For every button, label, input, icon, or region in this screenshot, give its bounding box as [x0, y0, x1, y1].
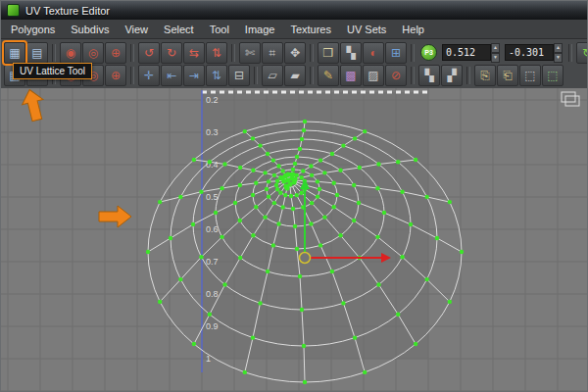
app-icon: [7, 4, 20, 17]
axis-labels: 0.20.30.40.50.60.70.80.91: [206, 95, 219, 364]
image-display-icon[interactable]: ❒: [318, 42, 339, 64]
toolbar-separator: [310, 44, 314, 62]
toolbar-separator: [254, 67, 258, 84]
refresh-icon[interactable]: ↻: [576, 42, 588, 64]
v-coordinate-field-down-arrow[interactable]: ▼: [554, 53, 563, 63]
toolbar-separator: [411, 67, 415, 84]
toolbar-separator: [130, 67, 134, 84]
select-uv-icon[interactable]: ◉: [60, 42, 81, 64]
red-channel-icon[interactable]: ⊘: [385, 65, 407, 86]
optimize-uv-icon[interactable]: ⊕: [105, 65, 126, 86]
sew-uv-icon[interactable]: ⌗: [262, 42, 283, 64]
axis-label: 0.5: [206, 192, 219, 202]
v-coordinate-field-wrap: ▲▼: [505, 43, 563, 63]
checker-b-icon[interactable]: ▞: [441, 65, 463, 86]
toolbar-separator: [310, 67, 314, 84]
toolbar-separator: [568, 44, 572, 62]
toolbar-separator: [52, 44, 56, 62]
shade-uvs-icon[interactable]: ▩: [340, 65, 362, 86]
axis-label: 0.6: [206, 224, 219, 234]
toolbar-separator: [411, 44, 415, 62]
translate-uv-icon[interactable]: ✛: [138, 65, 160, 86]
select-border-icon[interactable]: ⊕: [105, 42, 126, 64]
v-coordinate-field[interactable]: [505, 44, 554, 61]
dim-image-icon[interactable]: ◐: [363, 42, 384, 64]
copy-v-icon[interactable]: ⬚: [542, 65, 564, 86]
u-coordinate-field-spinner: ▲▼: [491, 43, 500, 63]
tooltip-uv-lattice-tool: UV Lattice Tool: [13, 63, 92, 79]
uv-texture-editor-window: UV Texture Editor PolygonsSubdivsViewSel…: [0, 0, 588, 392]
menu-help[interactable]: Help: [394, 22, 432, 37]
axis-label: 0.3: [206, 127, 219, 137]
u-coordinate-field[interactable]: [442, 44, 491, 61]
menu-image[interactable]: Image: [237, 22, 283, 37]
menubar: PolygonsSubdivsViewSelectToolImageTextur…: [1, 20, 587, 39]
toolbar-row-1: ▦▤◉◎⊕↺↻⇆⇅✄⌗✥❒▚◐⊞P3▲▼▲▼↻⌖: [4, 41, 584, 64]
uv-canvas-area[interactable]: 0.20.30.40.50.60.70.80.91: [1, 88, 588, 392]
cut-uv-icon[interactable]: ✄: [239, 42, 261, 64]
axis-label: 0.9: [206, 321, 219, 331]
v-coordinate-field-spinner: ▲▼: [554, 43, 563, 63]
snap-together-icon[interactable]: ⊟: [228, 65, 250, 86]
menu-view[interactable]: View: [117, 22, 156, 37]
menu-textures[interactable]: Textures: [282, 22, 339, 37]
axis-label: 0.7: [206, 257, 219, 267]
uv-canvas[interactable]: 0.20.30.40.50.60.70.80.91: [1, 88, 588, 392]
isolate-view-icon[interactable]: ▱: [262, 65, 283, 86]
menu-tool[interactable]: Tool: [202, 22, 237, 37]
move-shell-icon[interactable]: ✥: [284, 42, 306, 64]
texture-border-icon[interactable]: ▨: [363, 65, 384, 86]
paste-uv-icon[interactable]: ⎗: [497, 65, 518, 86]
menu-polygons[interactable]: Polygons: [3, 22, 63, 37]
titlebar[interactable]: UV Texture Editor: [1, 1, 587, 20]
toolbar-separator: [231, 44, 235, 62]
isolate-add-icon[interactable]: ▰: [284, 65, 306, 86]
rotate-ccw-icon[interactable]: ↺: [138, 42, 160, 64]
align-right-icon[interactable]: ⇥: [183, 65, 205, 86]
axis-label: 0.2: [206, 95, 219, 105]
toolbar-separator: [130, 44, 134, 62]
uv-smudge-tool-icon[interactable]: ▤: [26, 42, 48, 64]
menu-subdivs[interactable]: Subdivs: [63, 22, 117, 37]
align-left-icon[interactable]: ⇤: [161, 65, 182, 86]
uv-lattice-tool-icon[interactable]: ▦: [4, 42, 25, 64]
window-title: UV Texture Editor: [25, 5, 110, 17]
u-coordinate-field-wrap: ▲▼: [442, 43, 500, 63]
rotate-cw-icon[interactable]: ↻: [161, 42, 182, 64]
copy-u-icon[interactable]: ⬚: [519, 65, 541, 86]
flip-u-icon[interactable]: ⇆: [183, 42, 205, 64]
u-coordinate-field-down-arrow[interactable]: ▼: [491, 53, 500, 63]
paint-select-icon[interactable]: ✎: [318, 65, 339, 86]
toolbar-separator: [466, 67, 470, 84]
copy-uv-icon[interactable]: ⎘: [474, 65, 496, 86]
u-coordinate-field-up-arrow[interactable]: ▲: [491, 43, 500, 53]
menu-select[interactable]: Select: [156, 22, 202, 37]
checker-display-icon[interactable]: ▚: [340, 42, 362, 64]
pixel-snap-badge[interactable]: P3: [420, 44, 437, 61]
distribute-uv-icon[interactable]: ⇅: [206, 65, 227, 86]
axis-label: 0.8: [206, 289, 219, 299]
checker-a-icon[interactable]: ▚: [418, 65, 440, 86]
select-shell-icon[interactable]: ◎: [82, 42, 104, 64]
grid-display-icon[interactable]: ⊞: [385, 42, 407, 64]
flip-v-icon[interactable]: ⇅: [206, 42, 227, 64]
v-coordinate-field-up-arrow[interactable]: ▲: [554, 43, 563, 53]
menu-uv-sets[interactable]: UV Sets: [339, 22, 394, 37]
